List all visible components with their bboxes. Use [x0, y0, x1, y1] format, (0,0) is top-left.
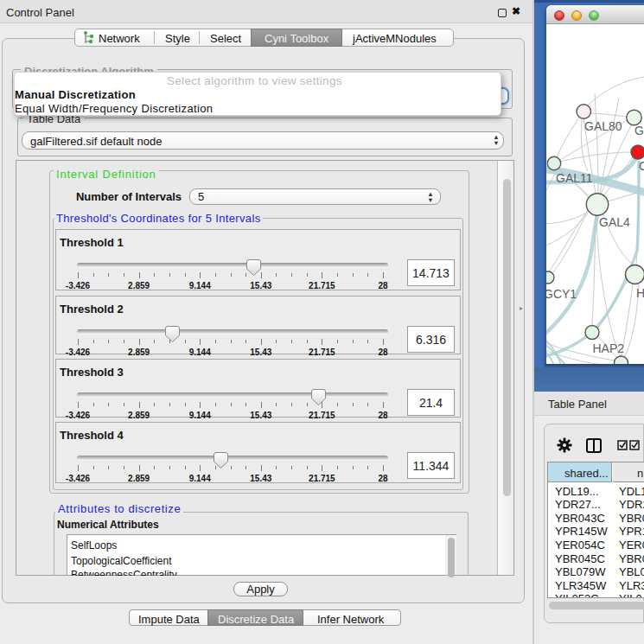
svg-text:GA: GA: [634, 124, 644, 137]
svg-text:HAP2: HAP2: [593, 341, 625, 355]
svg-text:C: C: [639, 159, 644, 173]
svg-text:GAL11: GAL11: [556, 171, 593, 185]
svg-text:GAL4: GAL4: [599, 215, 630, 229]
svg-text:H: H: [636, 286, 644, 300]
svg-text:GCY1: GCY1: [546, 287, 577, 301]
svg-text:GAL80: GAL80: [584, 119, 622, 133]
